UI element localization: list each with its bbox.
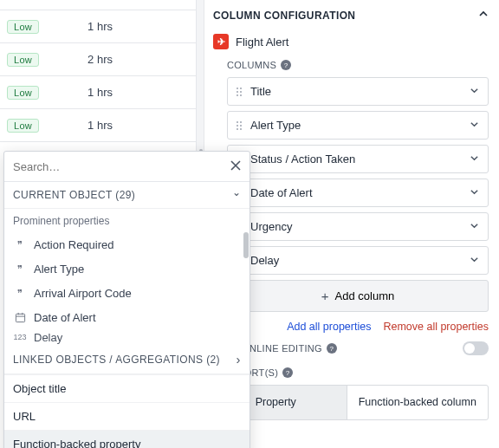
urgency-badge: Low	[7, 53, 39, 67]
property-label: Arrival Airport Code	[34, 287, 132, 300]
chevron-down-icon[interactable]	[470, 153, 479, 166]
quote-icon: ❞	[13, 286, 27, 300]
chevron-down-icon[interactable]	[470, 220, 479, 233]
table-row[interactable]: Low 1 hrs	[0, 10, 196, 43]
bulk-actions-row: Add all properties Remove all properties	[227, 312, 489, 341]
urgency-badge: Low	[7, 86, 39, 100]
scrollbar[interactable]	[243, 232, 249, 345]
property-item[interactable]: Date of Alert	[4, 305, 250, 329]
flight-alert-icon: ✈	[213, 34, 229, 49]
chevron-down-icon[interactable]	[470, 186, 479, 199]
column-item[interactable]: Date of Alert	[227, 179, 489, 207]
chevron-down-icon[interactable]	[470, 85, 479, 98]
panel-title: COLUMN CONFIGURATION	[213, 10, 355, 22]
object-type-row: ✈ Flight Alert	[213, 30, 489, 60]
sort-tab-function-backed[interactable]: Function-backed column	[347, 386, 489, 419]
delay-cell: 1 hrs	[87, 20, 113, 33]
quote-icon: ❞	[13, 262, 27, 276]
column-item[interactable]: Delay	[227, 246, 489, 275]
property-item[interactable]: 123 Delay	[4, 329, 250, 345]
column-label: Delay	[250, 254, 279, 267]
table-row[interactable]: Low 2 hrs	[0, 43, 196, 76]
delay-cell: 1 hrs	[87, 119, 113, 132]
section-label: CURRENT OBJECT (29)	[13, 189, 135, 201]
property-label: Action Required	[34, 238, 114, 251]
quote-icon: ❞	[13, 237, 27, 251]
add-all-properties-link[interactable]: Add all properties	[287, 321, 371, 333]
collapse-icon[interactable]	[478, 9, 489, 22]
chevron-right-icon	[237, 352, 241, 367]
delay-cell: 1 hrs	[87, 86, 113, 99]
urgency-badge: Low	[7, 20, 39, 34]
option-object-title[interactable]: Object title	[4, 374, 250, 402]
section-label: LINKED OBJECTS / AGGREGATIONS (2)	[13, 354, 220, 366]
plus-icon: +	[321, 289, 329, 303]
help-icon[interactable]: ?	[327, 343, 337, 354]
prominent-properties-header: Prominent properties	[4, 209, 250, 232]
column-item[interactable]: Urgency	[227, 212, 489, 241]
chevron-down-icon	[232, 189, 241, 201]
help-icon[interactable]: ?	[281, 60, 291, 70]
property-list: ❞ Action Required ❞ Alert Type ❞ Arrival…	[4, 232, 250, 345]
data-table: Low 1 hrs Low 2 hrs Low 1 hrs Low 1 hrs	[0, 0, 196, 142]
add-column-button[interactable]: + Add column	[227, 280, 489, 312]
columns-section-label: COLUMNS ?	[227, 60, 489, 70]
delay-cell: 2 hrs	[87, 53, 113, 66]
option-url[interactable]: URL	[4, 402, 250, 430]
add-column-label: Add column	[335, 289, 395, 302]
column-label: Alert Type	[250, 119, 301, 132]
scrollbar-thumb[interactable]	[243, 232, 249, 258]
secondary-list: Object title URL Function-backed propert…	[4, 374, 250, 448]
property-item[interactable]: ❞ Action Required	[4, 232, 250, 256]
property-item[interactable]: ❞ Arrival Airport Code	[4, 281, 250, 305]
table-row	[0, 0, 196, 10]
table-row[interactable]: Low 1 hrs	[0, 76, 196, 109]
number-icon: 123	[13, 330, 27, 344]
column-label: Title	[250, 85, 271, 98]
remove-all-properties-link[interactable]: Remove all properties	[383, 321, 489, 333]
property-label: Alert Type	[34, 263, 84, 276]
column-item[interactable]: Alert Type	[227, 111, 489, 140]
column-label: Status / Action Taken	[250, 153, 355, 166]
calendar-icon	[13, 310, 27, 324]
property-label: Delay	[34, 331, 62, 344]
column-label: Date of Alert	[250, 186, 313, 199]
chevron-down-icon[interactable]	[470, 119, 479, 132]
drag-handle-icon[interactable]	[237, 121, 242, 130]
property-picker-dropdown: CURRENT OBJECT (29) Prominent properties…	[3, 151, 250, 448]
svg-rect-0	[16, 314, 24, 321]
inline-editing-toggle[interactable]	[463, 341, 489, 355]
columns-label-text: COLUMNS	[227, 60, 276, 70]
panel-header[interactable]: COLUMN CONFIGURATION	[213, 0, 489, 30]
search-row	[4, 152, 250, 182]
section-current-object[interactable]: CURRENT OBJECT (29)	[4, 182, 250, 209]
column-item[interactable]: Status / Action Taken	[227, 145, 489, 173]
close-icon[interactable]	[230, 159, 241, 173]
table-row[interactable]: Low 1 hrs	[0, 109, 196, 142]
section-linked-objects[interactable]: LINKED OBJECTS / AGGREGATIONS (2)	[4, 345, 250, 374]
column-item[interactable]: Title	[227, 77, 489, 106]
column-label: Urgency	[250, 220, 292, 233]
chevron-down-icon[interactable]	[470, 254, 479, 267]
search-input[interactable]	[13, 160, 230, 173]
object-type-label: Flight Alert	[236, 36, 288, 49]
help-icon[interactable]: ?	[282, 367, 293, 378]
property-label: Date of Alert	[34, 311, 96, 324]
urgency-badge: Low	[7, 119, 39, 133]
option-function-backed-property[interactable]: Function-backed property	[4, 430, 250, 448]
property-item[interactable]: ❞ Alert Type	[4, 256, 250, 281]
drag-handle-icon[interactable]	[237, 88, 242, 96]
